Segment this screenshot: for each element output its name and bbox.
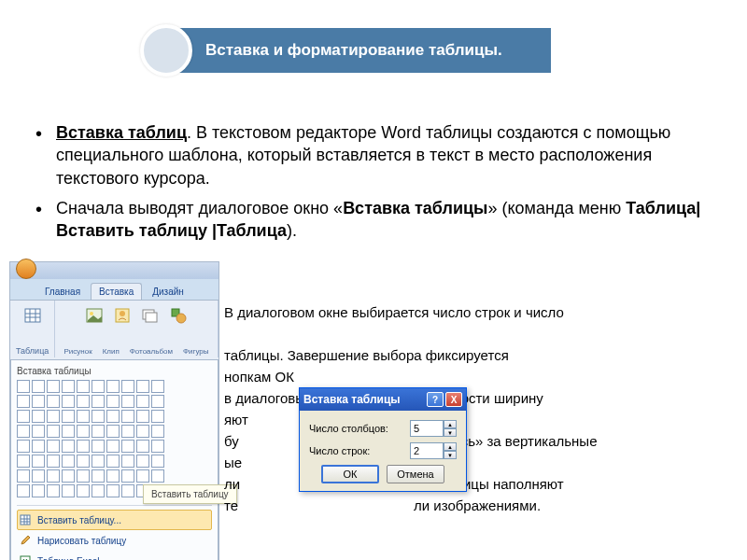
tab-design[interactable]: Дизайн [144, 283, 192, 300]
grid-cell[interactable] [92, 484, 105, 497]
grid-cell[interactable] [77, 410, 90, 423]
cols-up[interactable]: ▲ [444, 420, 457, 428]
grid-cell[interactable] [136, 440, 149, 453]
grid-cell[interactable] [77, 484, 90, 497]
grid-cell[interactable] [62, 410, 75, 423]
grid-cell[interactable] [136, 410, 149, 423]
grid-cell[interactable] [151, 395, 164, 408]
grid-cell[interactable] [32, 425, 45, 438]
grid-cell[interactable] [47, 425, 60, 438]
ok-button[interactable]: ОК [321, 465, 379, 483]
rows-down[interactable]: ▼ [444, 451, 457, 459]
grid-cell[interactable] [17, 455, 30, 468]
grid-cell[interactable] [17, 395, 30, 408]
grid-cell[interactable] [92, 380, 105, 393]
grid-cell[interactable] [62, 380, 75, 393]
dialog-titlebar[interactable]: Вставка таблицы ? X [300, 388, 466, 411]
grid-cell[interactable] [47, 484, 60, 497]
grid-cell[interactable] [151, 410, 164, 423]
grid-cell[interactable] [77, 469, 90, 483]
grid-cell[interactable] [62, 469, 75, 483]
table-icon[interactable] [21, 304, 44, 327]
tab-insert[interactable]: Вставка [91, 283, 142, 300]
grid-cell[interactable] [32, 440, 45, 453]
album-icon[interactable] [139, 304, 162, 327]
grid-cell[interactable] [92, 425, 105, 438]
grid-cell[interactable] [106, 380, 120, 393]
grid-cell[interactable] [17, 410, 30, 423]
grid-cell[interactable] [106, 469, 120, 483]
office-button[interactable] [16, 259, 36, 279]
menu-excel-table[interactable]: X Таблица Excel [17, 551, 212, 560]
grid-cell[interactable] [121, 469, 134, 483]
grid-cell[interactable] [32, 380, 45, 393]
grid-cell[interactable] [92, 469, 105, 483]
grid-cell[interactable] [17, 380, 30, 393]
clip-icon[interactable] [111, 304, 134, 327]
grid-cell[interactable] [151, 380, 164, 393]
grid-cell[interactable] [47, 455, 60, 468]
grid-cell[interactable] [47, 395, 60, 408]
grid-cell[interactable] [106, 484, 120, 497]
grid-cell[interactable] [62, 484, 75, 497]
grid-cell[interactable] [77, 395, 90, 408]
grid-cell[interactable] [106, 455, 120, 468]
grid-cell[interactable] [17, 440, 30, 453]
grid-cell[interactable] [77, 425, 90, 438]
grid-cell[interactable] [136, 380, 149, 393]
grid-cell[interactable] [92, 440, 105, 453]
grid-cell[interactable] [121, 410, 134, 423]
grid-cell[interactable] [106, 395, 120, 408]
rows-input[interactable] [410, 442, 444, 459]
grid-cell[interactable] [77, 380, 90, 393]
cols-down[interactable]: ▼ [444, 428, 457, 437]
grid-cell[interactable] [121, 484, 134, 497]
close-button[interactable]: X [445, 392, 462, 407]
cols-input[interactable] [410, 420, 444, 437]
grid-cell[interactable] [17, 425, 30, 438]
grid-cell[interactable] [136, 395, 149, 408]
grid-cell[interactable] [92, 395, 105, 408]
grid-cell[interactable] [47, 440, 60, 453]
grid-cell[interactable] [136, 455, 149, 468]
grid-cell[interactable] [62, 395, 75, 408]
grid-cell[interactable] [62, 440, 75, 453]
grid-cell[interactable] [121, 455, 134, 468]
grid-cell[interactable] [32, 469, 45, 483]
grid-cell[interactable] [151, 455, 164, 468]
menu-draw-table[interactable]: Нарисовать таблицу [17, 530, 212, 551]
shapes-icon[interactable] [167, 304, 190, 327]
grid-cell[interactable] [32, 484, 45, 497]
rows-up[interactable]: ▲ [444, 442, 457, 451]
table-grid-picker[interactable] [17, 380, 212, 497]
grid-cell[interactable] [17, 469, 30, 483]
grid-cell[interactable] [151, 469, 164, 483]
tab-home[interactable]: Главная [36, 283, 89, 300]
grid-cell[interactable] [77, 440, 90, 453]
grid-cell[interactable] [106, 410, 120, 423]
grid-cell[interactable] [47, 469, 60, 483]
grid-cell[interactable] [32, 410, 45, 423]
grid-cell[interactable] [32, 455, 45, 468]
grid-cell[interactable] [92, 410, 105, 423]
grid-cell[interactable] [62, 455, 75, 468]
grid-cell[interactable] [32, 395, 45, 408]
grid-cell[interactable] [106, 440, 120, 453]
grid-cell[interactable] [136, 469, 149, 483]
grid-cell[interactable] [136, 425, 149, 438]
grid-cell[interactable] [47, 410, 60, 423]
menu-insert-table[interactable]: Вставить таблицу... [17, 510, 212, 530]
picture-icon[interactable] [83, 304, 106, 327]
grid-cell[interactable] [121, 440, 134, 453]
grid-cell[interactable] [92, 455, 105, 468]
grid-cell[interactable] [77, 455, 90, 468]
grid-cell[interactable] [106, 425, 120, 438]
grid-cell[interactable] [47, 380, 60, 393]
grid-cell[interactable] [17, 484, 30, 497]
grid-cell[interactable] [62, 425, 75, 438]
grid-cell[interactable] [151, 425, 164, 438]
grid-cell[interactable] [121, 395, 134, 408]
grid-cell[interactable] [121, 380, 134, 393]
grid-cell[interactable] [121, 425, 134, 438]
cancel-button[interactable]: Отмена [387, 465, 444, 483]
